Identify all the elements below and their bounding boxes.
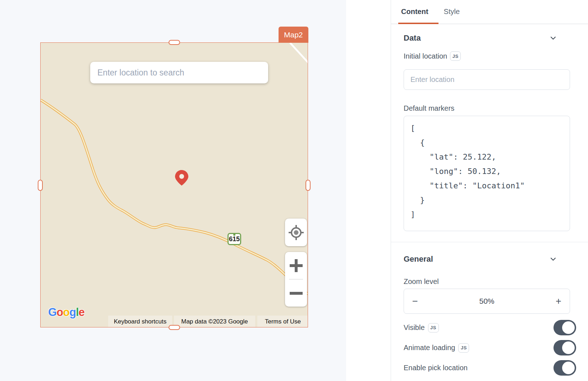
editor-canvas[interactable]: Map2 615 [0,0,346,381]
enable-pick-location-row: Enable pick location [404,360,576,376]
js-toggle-badge[interactable]: JS [450,51,461,61]
chevron-down-icon[interactable] [549,34,557,42]
animate-loading-label: Animate loading [404,344,455,352]
tab-content[interactable]: Content [401,0,428,24]
section-divider [391,242,588,242]
default-markers-label: Default markers [404,104,454,113]
enable-pick-location-label: Enable pick location [404,364,468,372]
zoom-increase-button[interactable]: + [547,296,570,307]
zoom-level-label: Zoom level [404,277,439,286]
zoom-level-stepper: − 50% + [404,289,570,314]
animate-loading-row: Animate loading JS [404,340,576,355]
initial-location-label: Initial location [404,52,447,60]
js-toggle-badge[interactable]: JS [458,343,469,353]
resize-handle-bottom[interactable] [169,325,180,330]
map-widget[interactable]: Map2 615 [40,42,308,327]
map-zoom-control [285,252,307,307]
toggle-knob [562,321,575,334]
toggle-knob [562,341,575,354]
route-shield: 615 [228,233,241,245]
visible-toggle[interactable] [553,320,576,335]
property-pane-tabs: Content Style [391,0,588,24]
js-toggle-badge[interactable]: JS [428,323,439,332]
zoom-level-value: 50% [426,297,547,306]
toggle-knob [562,362,575,374]
general-section-title: General [404,254,433,264]
keyboard-shortcuts-link[interactable]: Keyboard shortcuts [108,316,172,327]
visible-label: Visible [404,323,425,332]
route-shield-dot [233,234,235,236]
map-marker-pin[interactable] [175,170,188,186]
plus-icon [290,259,303,272]
data-section-title: Data [404,33,421,43]
map-zoom-in-button[interactable] [285,252,307,279]
my-location-icon [288,224,304,241]
zoom-decrease-button[interactable]: − [404,296,426,307]
map-location-search-input[interactable] [90,62,268,83]
enable-pick-location-toggle[interactable] [553,360,576,376]
map-data-copyright: Map data ©2023 Google [174,316,255,327]
terms-of-use-link[interactable]: Terms of Use [257,316,308,327]
my-location-button[interactable] [285,219,307,246]
resize-handle-right[interactable] [306,180,311,191]
map-roads [41,43,308,327]
default-markers-code-editor[interactable]: [ { "lat": 25.122, "long": 50.132, "titl… [404,116,570,231]
property-pane: Content Style Data Initial location JS D… [391,0,588,381]
google-map[interactable]: 615 [41,43,308,327]
widget-name-tag[interactable]: Map2 [279,27,308,43]
resize-handle-left[interactable] [38,180,43,191]
initial-location-input[interactable] [404,69,570,90]
map-zoom-out-button[interactable] [285,280,307,307]
tab-style[interactable]: Style [444,0,460,24]
minus-icon [290,292,303,295]
chevron-down-icon[interactable] [549,255,557,263]
section-data: Data Initial location JS Default markers… [391,33,588,376]
resize-handle-top[interactable] [169,40,180,45]
visible-row: Visible JS [404,320,576,335]
animate-loading-toggle[interactable] [553,340,576,355]
